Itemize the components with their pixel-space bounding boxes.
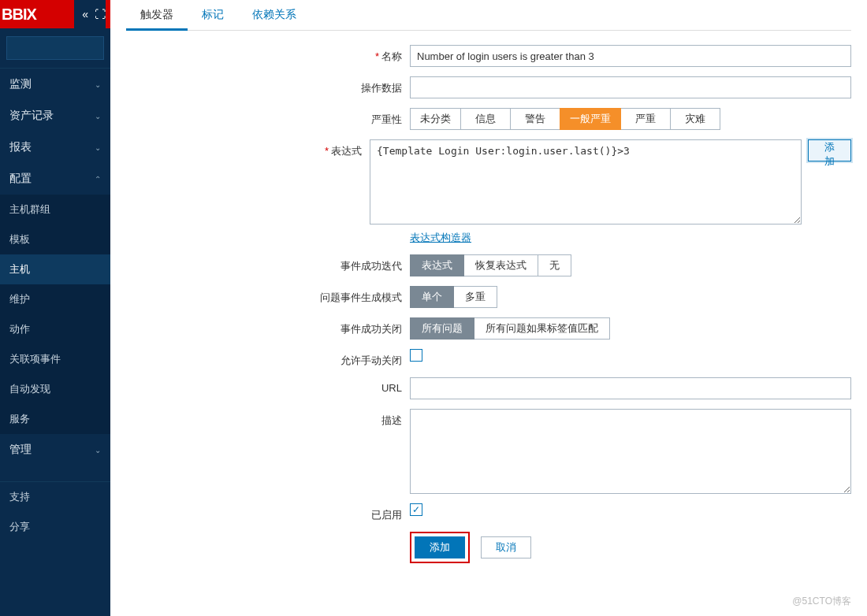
row-name: *名称: [252, 45, 851, 67]
search-row: 🔍: [0, 28, 110, 68]
label-name: *名称: [252, 45, 410, 64]
sev-info[interactable]: 信息: [460, 108, 511, 130]
sev-average[interactable]: 一般严重: [560, 108, 621, 130]
label-manual-close: 允许手动关闭: [252, 349, 410, 368]
nav-monitoring[interactable]: 监测⌄: [0, 69, 110, 100]
nav-admin[interactable]: 管理⌄: [0, 434, 110, 466]
logo-text: BBIX: [0, 6, 36, 24]
nav-label: 报表: [9, 140, 32, 154]
row-opdata: 操作数据: [252, 76, 851, 98]
chevron-down-icon: ⌄: [95, 112, 101, 121]
fullscreen-icon[interactable]: ⛶: [95, 8, 106, 20]
severity-group: 未分类 信息 警告 一般严重 严重 灾难: [410, 108, 720, 130]
label-ok-close: 事件成功关闭: [252, 317, 410, 336]
ok-close-group: 所有问题 所有问题如果标签值匹配: [410, 317, 610, 340]
logo-controls: « ⛶: [74, 0, 106, 28]
ok-event-recovery[interactable]: 恢复表达式: [463, 254, 538, 276]
row-desc: 描述: [252, 409, 851, 494]
nav-config-group: 主机群组 模板 主机 维护 动作 关联项事件 自动发现 服务: [0, 195, 110, 434]
nav-templates[interactable]: 模板: [0, 225, 110, 254]
nav-reports[interactable]: 报表⌄: [0, 132, 110, 163]
problem-mode-group: 单个 多重: [410, 286, 497, 308]
nav-label: 监测: [9, 77, 32, 91]
name-input[interactable]: [410, 45, 851, 67]
manual-close-checkbox[interactable]: [410, 349, 422, 362]
row-ok-close: 事件成功关闭 所有问题 所有问题如果标签值匹配: [252, 317, 851, 340]
nav: 监测⌄ 资产记录⌄ 报表⌄ 配置⌃ 主机群组 模板 主机 维护 动作 关联项事件…: [0, 68, 110, 466]
collapse-icon[interactable]: «: [82, 8, 88, 20]
submit-row: 添加 取消: [410, 532, 851, 563]
label-expression: *表达式: [252, 139, 370, 158]
nav-label: 配置: [9, 172, 32, 186]
trigger-form: *名称 操作数据 严重性 未分类 信息 警告 一般严重 严重 灾难 *表达式: [126, 45, 851, 563]
nav-config[interactable]: 配置⌃: [0, 163, 110, 195]
nav-hostgroups[interactable]: 主机群组: [0, 195, 110, 225]
label-url: URL: [252, 377, 410, 394]
tab-trigger[interactable]: 触发器: [126, 2, 188, 31]
sev-disaster[interactable]: 灾难: [670, 108, 720, 130]
submit-button[interactable]: 添加: [415, 536, 465, 558]
problem-mode-multiple[interactable]: 多重: [453, 286, 497, 308]
tabs: 触发器 标记 依赖关系: [126, 0, 851, 31]
nav-inventory[interactable]: 资产记录⌄: [0, 100, 110, 132]
nav-footer: 支持 分享: [0, 481, 110, 542]
sev-high[interactable]: 严重: [620, 108, 671, 130]
logo-row: BBIX « ⛶: [0, 0, 110, 28]
sev-notclassified[interactable]: 未分类: [410, 108, 461, 130]
ok-event-none[interactable]: 无: [538, 254, 571, 276]
sev-warning[interactable]: 警告: [510, 108, 560, 130]
nav-maintenance[interactable]: 维护: [0, 284, 110, 314]
row-expression: *表达式 添加: [252, 139, 851, 225]
required-icon: *: [325, 145, 329, 157]
url-input[interactable]: [410, 377, 851, 399]
row-manual-close: 允许手动关闭: [252, 349, 851, 368]
row-expr-builder: 表达式构造器: [252, 231, 851, 245]
enabled-checkbox[interactable]: [410, 503, 422, 516]
nav-label: 管理: [9, 443, 32, 457]
label-desc: 描述: [252, 409, 410, 428]
add-expression-button[interactable]: 添加: [808, 139, 851, 161]
ok-close-tagmatch[interactable]: 所有问题如果标签值匹配: [474, 317, 610, 340]
sidebar: BBIX « ⛶ 🔍 监测⌄ 资产记录⌄ 报表⌄ 配置⌃ 主机群组 模板 主机 …: [0, 0, 110, 616]
row-severity: 严重性 未分类 信息 警告 一般严重 严重 灾难: [252, 108, 851, 130]
label-problem-mode: 问题事件生成模式: [252, 286, 410, 305]
chevron-down-icon: ⌄: [95, 80, 101, 89]
row-url: URL: [252, 377, 851, 399]
label-severity: 严重性: [252, 108, 410, 127]
watermark: @51CTO博客: [792, 595, 851, 608]
nav-support[interactable]: 支持: [0, 482, 110, 512]
nav-services[interactable]: 服务: [0, 404, 110, 434]
problem-mode-single[interactable]: 单个: [410, 286, 454, 308]
ok-close-all[interactable]: 所有问题: [410, 317, 474, 340]
tab-tags[interactable]: 标记: [188, 2, 238, 30]
expression-textarea[interactable]: [370, 139, 802, 225]
main: 触发器 标记 依赖关系 *名称 操作数据 严重性 未分类 信息 警告 一般严重 …: [110, 0, 867, 616]
label-ok-event: 事件成功迭代: [252, 254, 410, 273]
label-opdata: 操作数据: [252, 76, 410, 95]
row-problem-mode: 问题事件生成模式 单个 多重: [252, 286, 851, 308]
label-enabled: 已启用: [252, 503, 410, 522]
row-enabled: 已启用: [252, 503, 851, 522]
expression-builder-link[interactable]: 表达式构造器: [410, 231, 471, 245]
nav-label: 资产记录: [9, 109, 54, 123]
ok-event-group: 表达式 恢复表达式 无: [410, 254, 571, 276]
nav-correlation[interactable]: 关联项事件: [0, 344, 110, 374]
highlight-box: 添加: [410, 532, 470, 563]
nav-hosts[interactable]: 主机: [0, 254, 110, 284]
nav-discovery[interactable]: 自动发现: [0, 374, 110, 404]
tab-deps[interactable]: 依赖关系: [238, 2, 311, 30]
nav-actions[interactable]: 动作: [0, 314, 110, 344]
nav-share[interactable]: 分享: [0, 512, 110, 542]
chevron-down-icon: ⌄: [95, 446, 101, 455]
chevron-up-icon: ⌃: [95, 175, 101, 184]
chevron-down-icon: ⌄: [95, 143, 101, 152]
required-icon: *: [375, 50, 379, 62]
ok-event-expression[interactable]: 表达式: [410, 254, 464, 276]
opdata-input[interactable]: [410, 76, 851, 98]
search-box[interactable]: 🔍: [6, 36, 104, 60]
desc-textarea[interactable]: [410, 409, 851, 494]
row-ok-event: 事件成功迭代 表达式 恢复表达式 无: [252, 254, 851, 276]
cancel-button[interactable]: 取消: [481, 536, 531, 558]
